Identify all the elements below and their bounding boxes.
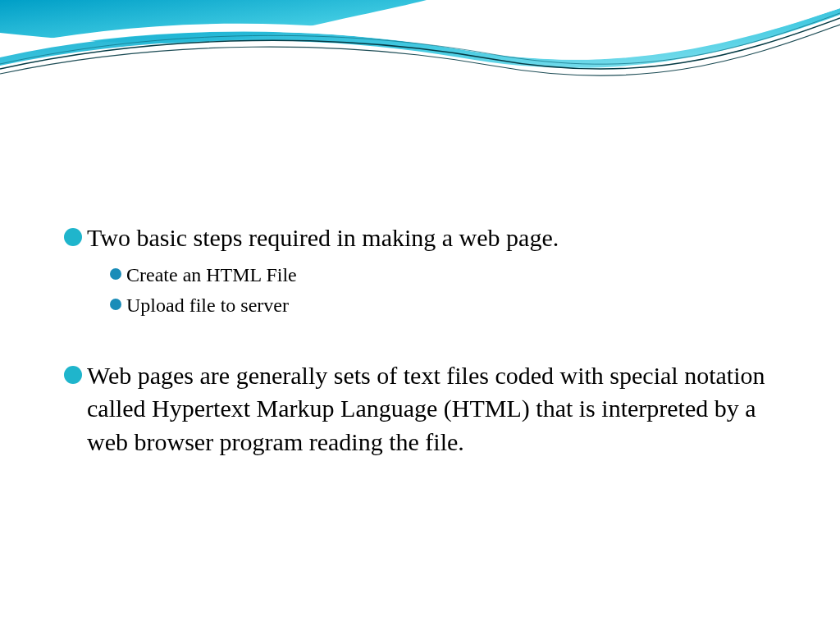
- bullet-item: Web pages are generally sets of text fil…: [64, 359, 786, 459]
- bullet-icon: [64, 228, 82, 246]
- sub-bullet-item: Upload file to server: [110, 292, 786, 320]
- wave-decoration: [0, 0, 840, 115]
- bullet-item: Two basic steps required in making a web…: [64, 221, 786, 255]
- sub-bullet-text: Create an HTML File: [126, 262, 297, 290]
- bullet-icon: [110, 299, 121, 310]
- slide-content: Two basic steps required in making a web…: [64, 221, 786, 465]
- bullet-text: Web pages are generally sets of text fil…: [87, 359, 786, 459]
- bullet-icon: [64, 366, 82, 384]
- bullet-text: Two basic steps required in making a web…: [87, 221, 559, 255]
- sub-bullet-item: Create an HTML File: [110, 262, 786, 290]
- presentation-slide: Two basic steps required in making a web…: [0, 0, 840, 630]
- sub-bullet-text: Upload file to server: [126, 292, 289, 320]
- bullet-icon: [110, 268, 121, 280]
